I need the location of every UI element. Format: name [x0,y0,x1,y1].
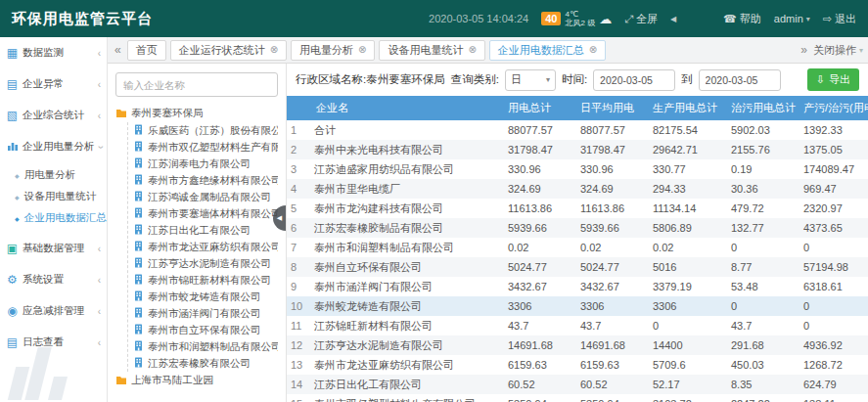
tree-company-item[interactable]: 泰州市要塞墙体材料有限公司 [133,205,278,222]
tree-company-item[interactable]: 泰州市自立环保有限公司 [133,322,278,338]
table-row[interactable]: 3江苏迪盛家用纺织品有限公司 330.96 330.96 330.77 0.19… [287,159,868,179]
table-row[interactable]: 1合计 88077.57 88077.57 82175.54 5902.03 1… [287,120,868,140]
company-name: 泰州市和润塑料制品有限公司 [314,242,454,253]
chevron-left-icon: ‹ [98,79,101,90]
tree-company-item[interactable]: 乐威医药（江苏）股份有限公司 [133,122,278,139]
sidebar-item-power-analysis[interactable]: 企业用电量分析 ‹ [0,131,107,162]
to-label: 到 [681,72,693,87]
company-name: 江苏宏泰橡胶有限公司 [148,357,251,371]
table-row[interactable]: 8泰州自立环保有限公司 5024.77 5024.77 5016 8.77 57… [287,257,868,277]
sidebar-subitem-label: 用电量分析 [24,168,76,182]
sidebar-item-basic-data[interactable]: ▣ 基础数据管理 ‹ [0,233,107,264]
company-name: 泰州市龙沟建科技有限公司 [314,202,443,214]
tab[interactable]: 用电量分析 ⊗ [291,40,375,61]
sidebar-item-enterprise-abnormal[interactable]: ▤ 企业异常 ‹ [0,68,107,100]
tree-company-item[interactable]: 泰州市涵洋阀门有限公司 [133,305,278,322]
building-icon [133,357,144,370]
tab[interactable]: 企业用电数据汇总 ⊗ [489,40,606,61]
data-panel: 行政区域名称:泰州要塞环保局 查询类别: 日 ▾ 时间: 到 ⇩ 导出 [287,64,868,402]
company-name: 泰州市涵洋阀门有限公司 [148,307,261,321]
tree-company-item[interactable]: 泰州市和润塑料制品有限公司 [133,338,278,355]
tree-company-item[interactable]: 泰州市方鑫绝缘材料有限公司 [133,172,278,189]
header-collapse-icon[interactable]: ◀ [670,15,676,23]
cell-production-total: 5016 [649,257,727,277]
table-row[interactable]: 9泰州市涵洋阀门有限公司 3432.67 3432.67 3379.19 53.… [287,277,868,296]
date-from-input[interactable] [593,69,675,91]
table-row[interactable]: 6江苏宏泰橡胶制品有限公司 5939.66 5939.66 5806.89 13… [287,218,868,238]
sidebar-item-emergency-reduction[interactable]: ◉ 应急减排管理 ‹ [0,295,107,327]
table-row[interactable]: 15泰州市双亿塑型材料生产有限公司 5350.94 5350.94 3103.7… [287,394,868,402]
fullscreen-label: 全屏 [636,12,658,26]
sidebar-subitem-device-power-stats[interactable]: ◆ 设备用电量统计 [0,186,107,207]
tab-close-icon[interactable]: ⊗ [589,45,597,55]
sidebar-subitem-power-data-summary[interactable]: ◆ 企业用电数据汇总 [0,207,107,229]
weather-widget: 40 4℃ 北风2 级 ☁ [541,10,612,27]
tree-company-item[interactable]: 泰州市蛟龙铸造有限公司 [133,289,278,305]
tree-company-item[interactable]: 江苏宏泰橡胶有限公司 [133,355,278,372]
tree-company-item[interactable]: 泰州市锦旺新材料有限公司 [133,272,278,289]
search-input[interactable] [115,72,278,97]
tab-scroll-right-icon[interactable]: » [799,43,809,57]
table-row[interactable]: 10泰州蛟龙铸造有限公司 3306 3306 3306 0 0 [287,296,868,316]
monitor-icon: ▤ [6,77,19,91]
table-row[interactable]: 13泰州市龙达亚麻纺织有限公司 6159.63 6159.63 5709.6 4… [287,355,868,375]
sidebar-item-data-monitor[interactable]: ▦ 数据监测 ‹ [0,37,107,68]
row-index: 4 [291,183,314,195]
tab-close-icon[interactable]: ⊗ [270,45,278,55]
table-row[interactable]: 14江苏日出化工有限公司 60.52 60.52 52.17 8.35 624.… [287,375,868,394]
tree-root-node[interactable]: 上海市马陆工业园 [115,372,278,389]
tree-company-item[interactable]: 泰州市双亿塑型材料生产有限公司 [133,139,278,156]
tab-label: 首页 [136,43,158,58]
table-row[interactable]: 2泰州中来光电科技有限公司 31798.47 31798.47 29642.71… [287,140,868,159]
tree-company-item[interactable]: 江苏润泰电力有限公司 [133,156,278,172]
logout-icon: ⇨ [823,13,832,25]
table-row[interactable]: 4泰州市里华电缆厂 324.69 324.69 294.33 30.36 969… [287,179,868,199]
help-button[interactable]: ☎ 帮助 [723,12,761,26]
company-name: 江苏亨达水泥制造有限公司 [148,257,271,271]
user-menu[interactable]: admin ▾ [774,13,810,24]
tab-close-icon[interactable]: ⊗ [358,45,366,55]
table-row[interactable]: 12江苏亨达水泥制造有限公司 14691.68 14691.68 14400 2… [287,335,868,355]
sidebar-subitem-power-analysis[interactable]: ◆ 用电量分析 [0,164,107,186]
cell-daily-avg: 31798.47 [576,140,649,159]
tab-scroll-left-icon[interactable]: « [113,43,123,57]
sidebar-item-enterprise-stats[interactable]: ▧ 企业综合统计 ‹ [0,100,107,131]
logout-button[interactable]: ⇨ 退出 [823,12,856,26]
tab-close-icon[interactable]: ⊗ [468,45,476,55]
cell-production-total: 52.17 [649,375,727,394]
fullscreen-icon: ⤢ [624,13,633,25]
sidebar-subitem-label: 设备用电量统计 [24,190,97,203]
company-name: 江苏迪盛家用纺织品有限公司 [314,163,454,175]
company-name: 泰州市方鑫绝缘材料有限公司 [148,174,278,188]
date-to-input[interactable] [699,69,781,91]
table-row[interactable]: 5泰州市龙沟建科技有限公司 11613.86 11613.86 11134.14… [287,199,868,218]
sidebar-item-system-settings[interactable]: ⚙ 系统设置 ‹ [0,264,107,295]
tree-root-node[interactable]: 泰州要塞环保局 [115,105,278,122]
data-table-body: 1合计 88077.57 88077.57 82175.54 5902.03 1… [287,120,868,402]
tab[interactable]: 企业运行状态统计 ⊗ [170,40,287,61]
tree-company-item[interactable]: 江苏亨达水泥制造有限公司 [133,255,278,272]
header-right: 2020-03-05 14:04:24 40 4℃ 北风2 级 ☁ ⤢ 全屏 ◀… [429,10,856,27]
tab[interactable]: 首页 [127,40,166,61]
tree-company-item[interactable]: 泰州市龙达亚麻纺织有限公司 [133,239,278,255]
fullscreen-button[interactable]: ⤢ 全屏 [624,12,658,26]
sidebar-item-log-view[interactable]: ▤ 日志查看 ‹ [0,327,107,358]
cell-production-total: 3306 [649,296,727,316]
tab-label: 企业运行状态统计 [179,43,265,58]
building-icon [133,191,144,203]
close-operations-button[interactable]: 关闭操作 ▾ [813,43,863,58]
export-button[interactable]: ⇩ 导出 [807,68,859,91]
sidebar-submenu: ◆ 用电量分析 ◆ 设备用电量统计 ◆ 企业用电数据汇总 [0,162,107,233]
aqi-badge: 40 [541,12,561,25]
chevron-left-icon: ‹ [98,337,101,348]
category-select[interactable]: 日 ▾ [505,69,556,91]
tree-company-item[interactable]: 江苏日出化工有限公司 [133,222,278,239]
company-name: 泰州中来光电科技有限公司 [314,144,443,156]
tree-company-item[interactable]: 江苏鸿诚金属制品有限公司 [133,189,278,205]
cell-ratio: 1392.33 [799,120,868,140]
weather-text: 4℃ 北风2 级 [565,10,595,27]
tab[interactable]: 设备用电量统计 ⊗ [379,40,484,61]
tab-list: 首页 企业运行状态统计 ⊗ 用电量分析 ⊗ 设备用电量统计 ⊗ 企业用电数据汇总… [127,40,607,61]
table-row[interactable]: 7泰州市和润塑料制品有限公司 0.02 0.02 0.02 0 0 [287,238,868,257]
table-row[interactable]: 11江苏锦旺新材料有限公司 43.7 43.7 0 43.7 0 [287,316,868,335]
